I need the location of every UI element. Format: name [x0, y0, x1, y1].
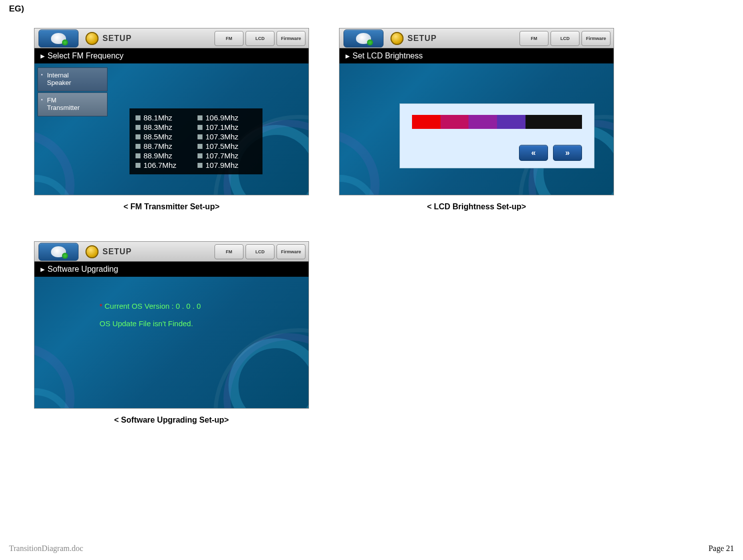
tabstrip: FM LCD Firmware: [214, 242, 308, 261]
tab-lcd[interactable]: LCD: [246, 31, 274, 46]
brightness-card: « »: [400, 103, 594, 168]
freq-option[interactable]: 107.7Mhz: [198, 151, 256, 160]
os-update-line: OS Update File isn't Finded.: [100, 319, 201, 328]
setup-label: SETUP: [408, 34, 436, 43]
triangle-icon: ▶: [346, 53, 350, 59]
home-icon: [356, 33, 371, 44]
tab-fm[interactable]: FM: [520, 31, 548, 46]
freq-option[interactable]: 107.3Mhz: [198, 132, 256, 141]
panel-title: ▶ Select FM Frequency: [34, 48, 308, 63]
lcd-block: SETUP FM LCD Firmware ▶ Set LCD Brightne…: [339, 28, 614, 211]
brightness-seg: [412, 115, 440, 129]
setup-indicator: SETUP: [86, 32, 132, 45]
freq-option[interactable]: 107.1Mhz: [198, 123, 256, 131]
tab-lcd[interactable]: LCD: [246, 244, 274, 259]
frequency-grid: 88.1Mhz 106.9Mhz 88.3Mhz 107.1Mhz 88.5Mh…: [130, 108, 262, 174]
tabstrip: FM LCD Firmware: [214, 28, 308, 48]
triangle-icon: ▶: [40, 53, 44, 59]
freq-option[interactable]: 88.9Mhz: [136, 151, 194, 160]
tab-fm[interactable]: FM: [214, 31, 244, 46]
setup-indicator: SETUP: [390, 32, 436, 45]
home-button[interactable]: [38, 29, 78, 47]
page-footer: TransitionDiagram.doc Page 21: [0, 544, 743, 553]
brightness-seg: [497, 115, 526, 129]
panel-title-text: Set LCD Brightness: [352, 51, 423, 60]
asterisk-icon: *: [100, 302, 104, 310]
panel-title-text: Software Upgrading: [48, 265, 118, 274]
brightness-bar[interactable]: [412, 115, 582, 129]
freq-option[interactable]: 88.1Mhz: [136, 113, 194, 122]
home-icon: [51, 33, 66, 44]
os-version-line: Current OS Version : 0 . 0 . 0: [104, 302, 201, 310]
software-status: * Current OS Version : 0 . 0 . 0 OS Upda…: [100, 302, 201, 328]
lcd-caption: < LCD Brightness Set-up>: [427, 202, 526, 211]
sw-caption: < Software Upgrading Set-up>: [114, 416, 228, 425]
freq-option[interactable]: 106.7Mhz: [136, 161, 194, 169]
freq-option[interactable]: 88.5Mhz: [136, 132, 194, 141]
setup-indicator: SETUP: [86, 245, 132, 258]
sw-block: SETUP FM LCD Firmware ▶ Software Upgradi…: [34, 241, 309, 425]
fm-side-menu: Internal Speaker FM Transmitter: [38, 67, 108, 116]
home-icon: [51, 246, 66, 257]
topbar: SETUP FM LCD Firmware: [34, 28, 308, 48]
tabstrip: FM LCD Firmware: [518, 28, 614, 48]
panel-title: ▶ Set LCD Brightness: [340, 48, 614, 63]
setup-label: SETUP: [102, 247, 132, 256]
freq-option[interactable]: 88.3Mhz: [136, 123, 194, 131]
lcd-panel: SETUP FM LCD Firmware ▶ Set LCD Brightne…: [339, 28, 614, 195]
freq-option[interactable]: 88.7Mhz: [136, 142, 194, 150]
gear-icon: [86, 32, 98, 45]
footer-page: Page 21: [708, 544, 734, 553]
tab-lcd[interactable]: LCD: [550, 31, 580, 46]
next-button[interactable]: »: [553, 145, 582, 161]
fm-block: SETUP FM LCD Firmware ▶ Select FM Freque…: [34, 28, 309, 211]
panel-title-text: Select FM Frequency: [48, 51, 124, 60]
tab-fm[interactable]: FM: [214, 244, 244, 259]
brightness-seg: [440, 115, 469, 129]
fm-panel: SETUP FM LCD Firmware ▶ Select FM Freque…: [34, 28, 309, 195]
tab-firmware[interactable]: Firmware: [276, 31, 306, 46]
decor-ring: [214, 328, 309, 409]
brightness-seg: [468, 115, 497, 129]
freq-option[interactable]: 107.5Mhz: [198, 142, 256, 150]
tab-firmware[interactable]: Firmware: [582, 31, 610, 46]
topbar: SETUP FM LCD Firmware: [34, 242, 308, 262]
prev-button[interactable]: «: [519, 145, 548, 161]
footer-filename: TransitionDiagram.doc: [9, 544, 83, 553]
fm-caption: < FM Transmitter Set-up>: [124, 202, 220, 211]
tab-firmware[interactable]: Firmware: [276, 244, 306, 259]
side-item-internal-speaker[interactable]: Internal Speaker: [38, 67, 108, 91]
freq-option[interactable]: 107.9Mhz: [198, 161, 256, 169]
gear-icon: [390, 32, 404, 45]
side-item-fm-transmitter[interactable]: FM Transmitter: [38, 92, 108, 116]
setup-label: SETUP: [102, 34, 132, 43]
home-button[interactable]: [344, 29, 384, 47]
triangle-icon: ▶: [40, 266, 44, 273]
header-eg: EG): [9, 4, 734, 14]
sw-panel: SETUP FM LCD Firmware ▶ Software Upgradi…: [34, 241, 309, 409]
gear-icon: [86, 245, 98, 258]
home-button[interactable]: [38, 243, 78, 261]
brightness-seg: [554, 115, 582, 129]
brightness-seg: [526, 115, 554, 129]
freq-option[interactable]: 106.9Mhz: [198, 113, 256, 122]
brightness-controls: « »: [519, 145, 582, 161]
panel-title: ▶ Software Upgrading: [34, 262, 308, 277]
topbar: SETUP FM LCD Firmware: [340, 28, 614, 48]
